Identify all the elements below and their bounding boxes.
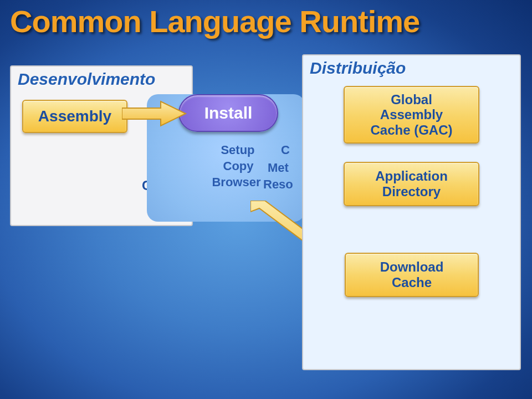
install-frag-reso: Reso <box>263 177 293 192</box>
panel-development-title: Desenvolvimento <box>11 66 192 89</box>
install-copy: Copy <box>222 159 255 173</box>
box-assembly: Assembly <box>22 100 127 133</box>
install-browser: Browser <box>207 175 265 190</box>
box-download-cache: Download Cache <box>345 253 479 297</box>
gac-line1: Global <box>370 92 452 108</box>
install-setup: Setup <box>218 143 257 157</box>
pill-install: Install <box>178 94 278 132</box>
arrow-assembly-to-install <box>122 100 188 127</box>
appdir-line1: Application <box>375 168 448 184</box>
box-application-directory: Application Directory <box>344 162 479 206</box>
download-line1: Download <box>380 259 444 275</box>
svg-marker-0 <box>122 101 186 126</box>
pill-install-label: Install <box>204 104 253 122</box>
panel-distribution-title: Distribuição <box>303 55 520 78</box>
install-frag-met: Met <box>268 161 289 175</box>
gac-line2: Assembly <box>370 107 452 122</box>
appdir-line2: Directory <box>375 184 448 200</box>
gac-line3: Cache (GAC) <box>370 122 452 138</box>
download-line2: Cache <box>380 275 444 290</box>
slide-title: Common Language Runtime <box>10 3 420 39</box>
install-frag-c: C <box>281 143 290 157</box>
box-gac: Global Assembly Cache (GAC) <box>344 86 479 144</box>
